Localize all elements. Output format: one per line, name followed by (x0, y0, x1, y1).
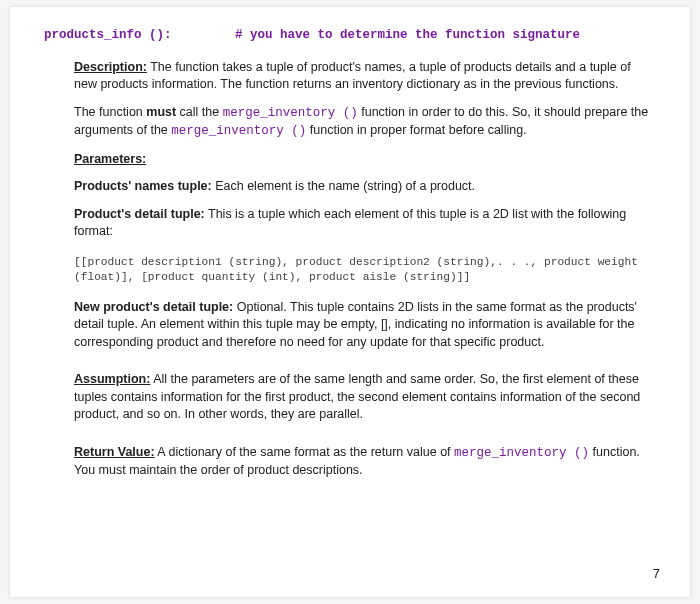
parameters-heading: Parameters: (74, 151, 656, 169)
return-label: Return Value: (74, 445, 155, 459)
function-name: products_info (): (44, 28, 172, 42)
merge-inventory-ref-3: merge_inventory () (454, 446, 589, 460)
param-names: Products' names tuple: Each element is t… (74, 178, 656, 196)
description-label: Description: (74, 60, 147, 74)
merge-inventory-ref-1: merge_inventory () (223, 106, 358, 120)
detail-format-code: [[product description1 (string), product… (74, 255, 656, 285)
param-detail: Product's detail tuple: This is a tuple … (74, 206, 656, 241)
document-page: products_info (): # you have to determin… (10, 7, 690, 597)
return-paragraph: Return Value: A dictionary of the same f… (74, 444, 656, 480)
return-t1: A dictionary of the same format as the r… (155, 445, 454, 459)
param-names-label: Products' names tuple: (74, 179, 212, 193)
param-names-text: Each element is the name (string) of a p… (212, 179, 475, 193)
must-paragraph: The function must call the merge_invento… (74, 104, 656, 141)
description-text: The function takes a tuple of product's … (74, 60, 631, 92)
parameters-label: Parameters: (74, 152, 146, 166)
must-t1: The function (74, 105, 146, 119)
assumption-text: All the parameters are of the same lengt… (74, 372, 640, 421)
must-t4: function in proper format before calling… (306, 123, 526, 137)
param-new-detail-label: New product's detail tuple: (74, 300, 233, 314)
param-detail-label: Product's detail tuple: (74, 207, 205, 221)
page-number: 7 (653, 565, 660, 583)
body-section: Description: The function takes a tuple … (74, 59, 656, 480)
function-signature-line: products_info (): # you have to determin… (44, 27, 656, 45)
assumption-label: Assumption: (74, 372, 150, 386)
signature-comment: # you have to determine the function sig… (235, 28, 580, 42)
assumption-paragraph: Assumption: All the parameters are of th… (74, 371, 656, 424)
merge-inventory-ref-2: merge_inventory () (171, 124, 306, 138)
must-t2: call the (176, 105, 223, 119)
param-new-detail: New product's detail tuple: Optional. Th… (74, 299, 656, 352)
must-word: must (146, 105, 176, 119)
description-paragraph: Description: The function takes a tuple … (74, 59, 656, 94)
